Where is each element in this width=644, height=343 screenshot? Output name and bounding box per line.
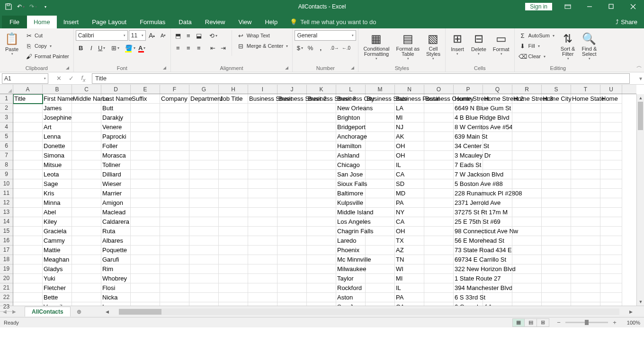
tab-home[interactable]: Home <box>27 16 57 28</box>
sheet-tab-active[interactable]: AllContacts <box>25 307 71 317</box>
cell[interactable] <box>189 151 219 160</box>
row-header[interactable]: 7 <box>0 151 13 160</box>
cell[interactable] <box>424 104 454 113</box>
cell[interactable]: Art <box>43 123 72 132</box>
find-select-button[interactable]: 🔍Find & Select▾ <box>579 30 599 62</box>
cell[interactable] <box>483 141 512 151</box>
cell[interactable] <box>307 283 336 293</box>
page-break-view-button[interactable]: ⊞ <box>537 318 549 327</box>
cell[interactable] <box>248 160 277 170</box>
font-size-combo[interactable]: 11▾ <box>129 30 146 41</box>
cell[interactable] <box>512 302 542 306</box>
cell[interactable] <box>542 274 571 283</box>
cell[interactable] <box>512 132 542 141</box>
cell[interactable] <box>571 217 600 227</box>
cell[interactable] <box>600 160 622 170</box>
comma-format-button[interactable]: , <box>315 43 326 53</box>
cell[interactable] <box>160 293 189 302</box>
cell[interactable] <box>13 132 43 141</box>
cell[interactable]: Josephine <box>43 113 72 123</box>
cell[interactable] <box>72 189 101 198</box>
cell[interactable] <box>189 283 219 293</box>
cell[interactable] <box>366 274 395 283</box>
cell[interactable] <box>160 151 189 160</box>
cell[interactable] <box>13 151 43 160</box>
row-header[interactable]: 10 <box>0 179 13 189</box>
cell[interactable]: 6 Greenleaf Ave <box>454 302 483 306</box>
column-header[interactable]: G <box>189 85 219 94</box>
cell[interactable] <box>72 227 101 236</box>
cell[interactable]: Foller <box>101 141 131 151</box>
cell[interactable] <box>277 274 307 283</box>
cell[interactable] <box>512 208 542 217</box>
cell[interactable] <box>366 264 395 274</box>
zoom-in-button[interactable]: + <box>611 319 618 326</box>
cell[interactable] <box>307 246 336 255</box>
cell[interactable] <box>277 208 307 217</box>
cell[interactable] <box>248 104 277 113</box>
column-header[interactable]: U <box>600 85 622 94</box>
cell[interactable] <box>72 264 101 274</box>
cell[interactable] <box>13 255 43 264</box>
row-header[interactable]: 13 <box>0 208 13 217</box>
cell[interactable] <box>542 189 571 198</box>
cell[interactable] <box>131 236 160 246</box>
cell[interactable] <box>13 160 43 170</box>
cell[interactable] <box>512 198 542 208</box>
cell[interactable]: Leota <box>43 170 72 179</box>
cell[interactable] <box>189 255 219 264</box>
cell[interactable]: Cammy <box>43 236 72 246</box>
cell[interactable] <box>483 179 512 189</box>
scroll-right-button[interactable]: ▶ <box>627 308 635 315</box>
cell[interactable] <box>483 189 512 198</box>
cell[interactable] <box>219 217 248 227</box>
cell[interactable] <box>277 302 307 306</box>
cell[interactable] <box>424 246 454 255</box>
column-header[interactable]: L <box>336 85 366 94</box>
cell[interactable]: Caldarera <box>101 217 131 227</box>
cell[interactable] <box>248 189 277 198</box>
column-header[interactable]: R <box>512 85 542 94</box>
cell[interactable] <box>219 246 248 255</box>
cell[interactable]: New Orleans <box>336 104 366 113</box>
cell[interactable] <box>483 264 512 274</box>
cancel-formula-button[interactable]: ✕ <box>53 73 64 84</box>
cell[interactable] <box>248 123 277 132</box>
cell[interactable] <box>512 217 542 227</box>
cell[interactable] <box>542 236 571 246</box>
column-header[interactable]: S <box>542 85 571 94</box>
minimize-button[interactable] <box>579 0 600 13</box>
cell[interactable]: James <box>43 104 72 113</box>
cell[interactable] <box>366 123 395 132</box>
cell[interactable]: Home City <box>542 94 571 104</box>
cell[interactable] <box>483 293 512 302</box>
cell[interactable]: Baltimore <box>336 189 366 198</box>
cell[interactable] <box>542 208 571 217</box>
cell[interactable] <box>307 132 336 141</box>
cell[interactable] <box>424 160 454 170</box>
cell[interactable] <box>160 208 189 217</box>
cell[interactable] <box>72 293 101 302</box>
cell[interactable]: 639 Main St <box>454 132 483 141</box>
cell[interactable] <box>131 217 160 227</box>
cell[interactable] <box>131 179 160 189</box>
cell[interactable]: Mattie <box>43 246 72 255</box>
cell[interactable] <box>219 293 248 302</box>
cell[interactable] <box>72 246 101 255</box>
cell[interactable] <box>307 113 336 123</box>
cell[interactable] <box>483 151 512 160</box>
cell[interactable] <box>366 217 395 227</box>
cell[interactable]: Flosi <box>101 283 131 293</box>
cell[interactable]: Brighton <box>336 113 366 123</box>
cell[interactable] <box>248 293 277 302</box>
copy-button[interactable]: ⎘Copy <box>23 41 72 51</box>
cell[interactable] <box>483 255 512 264</box>
cell[interactable] <box>571 104 600 113</box>
cell[interactable]: OH <box>395 141 424 151</box>
cell[interactable] <box>307 217 336 227</box>
cell[interactable] <box>571 141 600 151</box>
enter-formula-button[interactable]: ✓ <box>65 73 77 84</box>
cell[interactable] <box>542 293 571 302</box>
cell[interactable] <box>248 246 277 255</box>
cell[interactable]: MD <box>395 189 424 198</box>
